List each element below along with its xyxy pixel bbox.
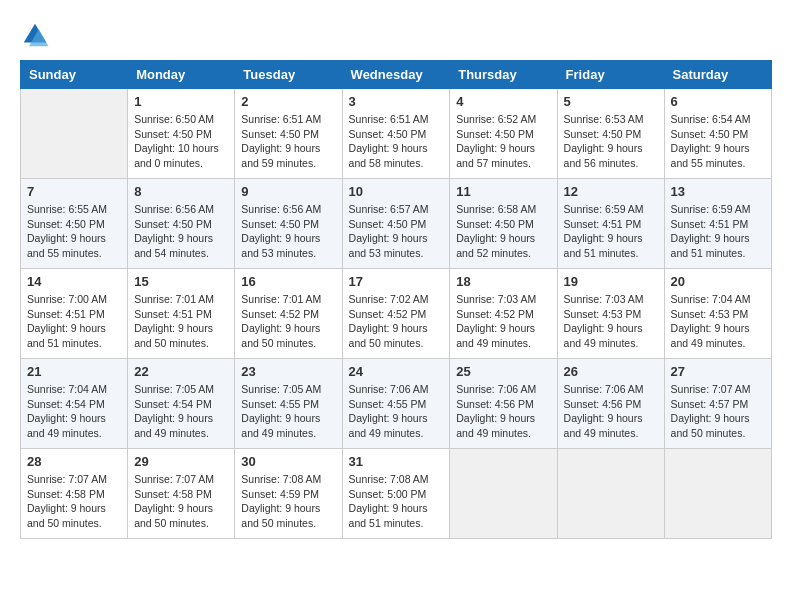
day-number: 12 — [564, 184, 658, 199]
day-number: 23 — [241, 364, 335, 379]
day-number: 29 — [134, 454, 228, 469]
calendar-table: SundayMondayTuesdayWednesdayThursdayFrid… — [20, 60, 772, 539]
header-row: SundayMondayTuesdayWednesdayThursdayFrid… — [21, 61, 772, 89]
day-info: Sunrise: 6:59 AMSunset: 4:51 PMDaylight:… — [564, 202, 658, 261]
header-cell-wednesday: Wednesday — [342, 61, 450, 89]
day-number: 26 — [564, 364, 658, 379]
week-row-3: 14Sunrise: 7:00 AMSunset: 4:51 PMDayligh… — [21, 269, 772, 359]
page-header — [20, 20, 772, 50]
day-number: 14 — [27, 274, 121, 289]
day-info: Sunrise: 7:06 AMSunset: 4:56 PMDaylight:… — [456, 382, 550, 441]
day-info: Sunrise: 6:58 AMSunset: 4:50 PMDaylight:… — [456, 202, 550, 261]
day-info: Sunrise: 7:06 AMSunset: 4:56 PMDaylight:… — [564, 382, 658, 441]
calendar-header: SundayMondayTuesdayWednesdayThursdayFrid… — [21, 61, 772, 89]
day-cell: 15Sunrise: 7:01 AMSunset: 4:51 PMDayligh… — [128, 269, 235, 359]
day-cell: 21Sunrise: 7:04 AMSunset: 4:54 PMDayligh… — [21, 359, 128, 449]
day-number: 21 — [27, 364, 121, 379]
day-cell: 22Sunrise: 7:05 AMSunset: 4:54 PMDayligh… — [128, 359, 235, 449]
day-cell: 2Sunrise: 6:51 AMSunset: 4:50 PMDaylight… — [235, 89, 342, 179]
day-cell: 7Sunrise: 6:55 AMSunset: 4:50 PMDaylight… — [21, 179, 128, 269]
day-info: Sunrise: 6:59 AMSunset: 4:51 PMDaylight:… — [671, 202, 765, 261]
day-cell: 20Sunrise: 7:04 AMSunset: 4:53 PMDayligh… — [664, 269, 771, 359]
day-number: 9 — [241, 184, 335, 199]
day-cell: 10Sunrise: 6:57 AMSunset: 4:50 PMDayligh… — [342, 179, 450, 269]
day-number: 1 — [134, 94, 228, 109]
day-number: 16 — [241, 274, 335, 289]
day-cell: 17Sunrise: 7:02 AMSunset: 4:52 PMDayligh… — [342, 269, 450, 359]
day-number: 24 — [349, 364, 444, 379]
day-info: Sunrise: 6:53 AMSunset: 4:50 PMDaylight:… — [564, 112, 658, 171]
day-cell: 29Sunrise: 7:07 AMSunset: 4:58 PMDayligh… — [128, 449, 235, 539]
week-row-5: 28Sunrise: 7:07 AMSunset: 4:58 PMDayligh… — [21, 449, 772, 539]
day-cell — [21, 89, 128, 179]
day-number: 5 — [564, 94, 658, 109]
day-cell: 18Sunrise: 7:03 AMSunset: 4:52 PMDayligh… — [450, 269, 557, 359]
day-cell: 24Sunrise: 7:06 AMSunset: 4:55 PMDayligh… — [342, 359, 450, 449]
header-cell-friday: Friday — [557, 61, 664, 89]
day-number: 4 — [456, 94, 550, 109]
header-cell-tuesday: Tuesday — [235, 61, 342, 89]
week-row-2: 7Sunrise: 6:55 AMSunset: 4:50 PMDaylight… — [21, 179, 772, 269]
day-info: Sunrise: 7:05 AMSunset: 4:55 PMDaylight:… — [241, 382, 335, 441]
day-number: 27 — [671, 364, 765, 379]
day-cell: 5Sunrise: 6:53 AMSunset: 4:50 PMDaylight… — [557, 89, 664, 179]
day-info: Sunrise: 6:54 AMSunset: 4:50 PMDaylight:… — [671, 112, 765, 171]
day-info: Sunrise: 7:04 AMSunset: 4:54 PMDaylight:… — [27, 382, 121, 441]
day-info: Sunrise: 6:56 AMSunset: 4:50 PMDaylight:… — [241, 202, 335, 261]
day-cell — [664, 449, 771, 539]
day-cell: 30Sunrise: 7:08 AMSunset: 4:59 PMDayligh… — [235, 449, 342, 539]
day-cell: 26Sunrise: 7:06 AMSunset: 4:56 PMDayligh… — [557, 359, 664, 449]
day-number: 22 — [134, 364, 228, 379]
day-cell: 13Sunrise: 6:59 AMSunset: 4:51 PMDayligh… — [664, 179, 771, 269]
day-info: Sunrise: 7:03 AMSunset: 4:53 PMDaylight:… — [564, 292, 658, 351]
day-number: 20 — [671, 274, 765, 289]
day-number: 25 — [456, 364, 550, 379]
day-number: 17 — [349, 274, 444, 289]
day-number: 8 — [134, 184, 228, 199]
day-number: 30 — [241, 454, 335, 469]
week-row-4: 21Sunrise: 7:04 AMSunset: 4:54 PMDayligh… — [21, 359, 772, 449]
day-cell: 31Sunrise: 7:08 AMSunset: 5:00 PMDayligh… — [342, 449, 450, 539]
day-number: 13 — [671, 184, 765, 199]
day-info: Sunrise: 7:00 AMSunset: 4:51 PMDaylight:… — [27, 292, 121, 351]
day-info: Sunrise: 6:50 AMSunset: 4:50 PMDaylight:… — [134, 112, 228, 171]
day-number: 10 — [349, 184, 444, 199]
day-info: Sunrise: 7:03 AMSunset: 4:52 PMDaylight:… — [456, 292, 550, 351]
day-number: 19 — [564, 274, 658, 289]
day-cell: 25Sunrise: 7:06 AMSunset: 4:56 PMDayligh… — [450, 359, 557, 449]
day-info: Sunrise: 6:51 AMSunset: 4:50 PMDaylight:… — [241, 112, 335, 171]
day-number: 28 — [27, 454, 121, 469]
day-number: 18 — [456, 274, 550, 289]
day-info: Sunrise: 7:06 AMSunset: 4:55 PMDaylight:… — [349, 382, 444, 441]
day-info: Sunrise: 7:02 AMSunset: 4:52 PMDaylight:… — [349, 292, 444, 351]
day-info: Sunrise: 6:55 AMSunset: 4:50 PMDaylight:… — [27, 202, 121, 261]
day-cell: 4Sunrise: 6:52 AMSunset: 4:50 PMDaylight… — [450, 89, 557, 179]
week-row-1: 1Sunrise: 6:50 AMSunset: 4:50 PMDaylight… — [21, 89, 772, 179]
day-cell — [450, 449, 557, 539]
header-cell-saturday: Saturday — [664, 61, 771, 89]
day-info: Sunrise: 7:05 AMSunset: 4:54 PMDaylight:… — [134, 382, 228, 441]
day-cell: 28Sunrise: 7:07 AMSunset: 4:58 PMDayligh… — [21, 449, 128, 539]
day-cell: 14Sunrise: 7:00 AMSunset: 4:51 PMDayligh… — [21, 269, 128, 359]
day-info: Sunrise: 6:51 AMSunset: 4:50 PMDaylight:… — [349, 112, 444, 171]
calendar-body: 1Sunrise: 6:50 AMSunset: 4:50 PMDaylight… — [21, 89, 772, 539]
day-number: 6 — [671, 94, 765, 109]
day-cell: 11Sunrise: 6:58 AMSunset: 4:50 PMDayligh… — [450, 179, 557, 269]
day-number: 31 — [349, 454, 444, 469]
day-cell: 23Sunrise: 7:05 AMSunset: 4:55 PMDayligh… — [235, 359, 342, 449]
day-info: Sunrise: 7:04 AMSunset: 4:53 PMDaylight:… — [671, 292, 765, 351]
day-number: 11 — [456, 184, 550, 199]
day-cell: 16Sunrise: 7:01 AMSunset: 4:52 PMDayligh… — [235, 269, 342, 359]
day-info: Sunrise: 6:52 AMSunset: 4:50 PMDaylight:… — [456, 112, 550, 171]
day-info: Sunrise: 7:08 AMSunset: 5:00 PMDaylight:… — [349, 472, 444, 531]
day-cell: 27Sunrise: 7:07 AMSunset: 4:57 PMDayligh… — [664, 359, 771, 449]
day-info: Sunrise: 7:07 AMSunset: 4:57 PMDaylight:… — [671, 382, 765, 441]
day-info: Sunrise: 6:56 AMSunset: 4:50 PMDaylight:… — [134, 202, 228, 261]
day-info: Sunrise: 7:08 AMSunset: 4:59 PMDaylight:… — [241, 472, 335, 531]
day-cell: 3Sunrise: 6:51 AMSunset: 4:50 PMDaylight… — [342, 89, 450, 179]
day-cell: 8Sunrise: 6:56 AMSunset: 4:50 PMDaylight… — [128, 179, 235, 269]
logo — [20, 20, 54, 50]
day-info: Sunrise: 7:01 AMSunset: 4:51 PMDaylight:… — [134, 292, 228, 351]
day-cell: 19Sunrise: 7:03 AMSunset: 4:53 PMDayligh… — [557, 269, 664, 359]
day-number: 15 — [134, 274, 228, 289]
